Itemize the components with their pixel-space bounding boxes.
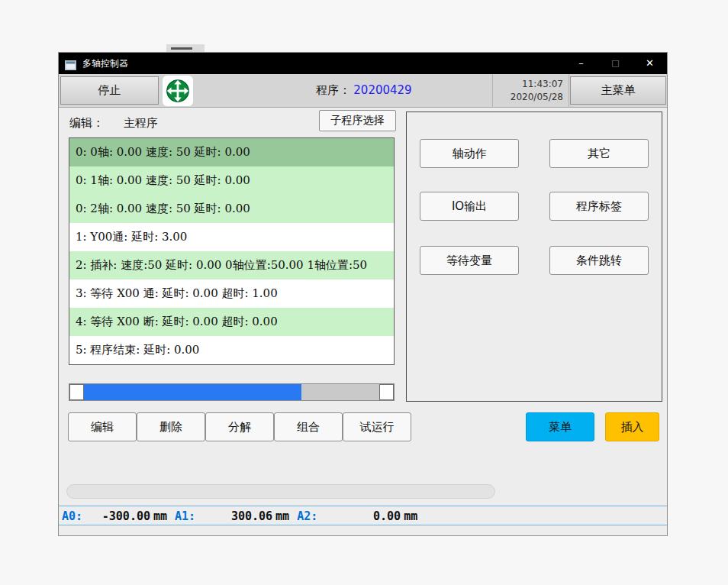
scrollbar-left-button[interactable] (69, 384, 84, 400)
progress-track (66, 484, 495, 499)
program-value: 20200429 (353, 83, 411, 97)
stop-button[interactable]: 停止 (60, 76, 159, 105)
axis-a2-label: A2: (297, 509, 327, 523)
program-label-button[interactable]: 程序标签 (549, 192, 649, 221)
status-divider-bottom (59, 525, 667, 525)
axis-a2-value: 0.00 (327, 509, 401, 523)
delete-button[interactable]: 删除 (137, 412, 205, 441)
wait-variable-button[interactable]: 等待变量 (420, 246, 519, 275)
program-name: 主程序 (124, 116, 158, 130)
axis-a0-label: A0: (62, 509, 89, 523)
axis-position-readout: A0: -300.00 mm A1: 300.06 mm A2: 0.00 mm (62, 508, 417, 524)
program-display: 程序：20200429 (272, 83, 456, 98)
maximize-button[interactable]: □ (598, 53, 633, 74)
window-title: 多轴控制器 (82, 57, 128, 70)
edit-label: 编辑： (69, 116, 104, 130)
program-line[interactable]: 3: 等待 X00 通: 延时: 0.00 超时: 1.00 (69, 280, 394, 308)
command-panel: 轴动作 其它 IO输出 程序标签 等待变量 条件跳转 (406, 112, 662, 402)
clock: 11:43:07 2020/05/28 (492, 74, 569, 108)
status-divider-top (59, 506, 667, 506)
close-button[interactable]: ✕ (633, 53, 667, 74)
axis-a0-unit: mm (150, 509, 167, 523)
app-window: 多轴控制器 – □ ✕ 停止 程序：20200429 11:43:07 20 (58, 52, 668, 536)
combine-button[interactable]: 组合 (274, 412, 343, 441)
app-icon (65, 59, 76, 69)
axis-a0-value: -300.00 (89, 509, 150, 523)
program-list: 0: 0轴: 0.00 速度: 50 延时: 0.00 0: 1轴: 0.00 … (69, 137, 395, 365)
minimize-button[interactable]: – (564, 53, 598, 74)
decompose-button[interactable]: 分解 (205, 412, 274, 441)
program-line[interactable]: 0: 1轴: 0.00 速度: 50 延时: 0.00 (69, 166, 394, 195)
axis-a1-value: 300.06 (205, 509, 272, 523)
insert-button[interactable]: 插入 (605, 412, 659, 441)
program-label: 程序： (316, 83, 350, 97)
axis-action-button[interactable]: 轴动作 (420, 139, 519, 168)
menu-button[interactable]: 菜单 (526, 412, 594, 441)
axis-a1-unit: mm (272, 509, 289, 523)
edit-header: 编辑：主程序 (69, 116, 158, 131)
axis-a2-unit: mm (401, 509, 417, 523)
other-button[interactable]: 其它 (549, 139, 649, 168)
scrollbar-right-button[interactable] (379, 384, 394, 400)
axis-a1-label: A1: (175, 509, 205, 523)
crosshair-jog-icon[interactable] (163, 76, 193, 106)
program-line[interactable]: 0: 0轴: 0.00 速度: 50 延时: 0.00 (69, 138, 394, 166)
scrollbar-track[interactable] (301, 384, 379, 400)
scrollbar-thumb[interactable] (84, 384, 301, 400)
program-line[interactable]: 4: 等待 X00 断: 延时: 0.00 超时: 0.00 (69, 308, 394, 336)
window-controls: – □ ✕ (564, 53, 667, 74)
time-text: 11:43:07 (493, 78, 563, 91)
main-menu-button[interactable]: 主菜单 (570, 76, 666, 105)
edit-button[interactable]: 编辑 (68, 412, 137, 441)
toolbar: 停止 程序：20200429 11:43:07 2020/05/28 主菜单 (59, 74, 667, 108)
io-output-button[interactable]: IO输出 (420, 192, 519, 221)
program-line[interactable]: 1: Y00通: 延时: 3.00 (69, 223, 394, 251)
test-run-button[interactable]: 试运行 (343, 412, 411, 441)
program-line[interactable]: 5: 程序结束: 延时: 0.00 (69, 336, 394, 364)
horizontal-scrollbar[interactable] (69, 383, 395, 401)
program-line[interactable]: 0: 2轴: 0.00 速度: 50 延时: 0.00 (69, 195, 394, 223)
subprogram-select-button[interactable]: 子程序选择 (319, 110, 396, 131)
titlebar: 多轴控制器 – □ ✕ (59, 53, 667, 74)
conditional-jump-button[interactable]: 条件跳转 (549, 246, 649, 275)
date-text: 2020/05/28 (493, 91, 563, 104)
program-line[interactable]: 2: 插补: 速度:50 延时: 0.00 0轴位置:50.00 1轴位置:50 (69, 251, 394, 280)
background-window-smudge (171, 47, 192, 50)
